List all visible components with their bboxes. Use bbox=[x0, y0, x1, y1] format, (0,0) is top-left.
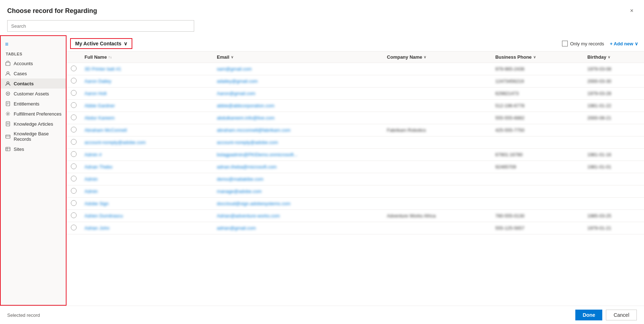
row-radio-button[interactable] bbox=[71, 163, 77, 169]
add-new-label: + Add new bbox=[610, 41, 633, 46]
row-radio-cell bbox=[67, 210, 81, 222]
main-content: ≡ Tables Accounts Cases Contacts bbox=[0, 35, 644, 306]
row-fullname: Adobe Sign bbox=[81, 198, 213, 210]
view-selector-label: My Active Contacts bbox=[75, 41, 122, 46]
row-fullname: Admin bbox=[81, 185, 213, 198]
row-radio-button[interactable] bbox=[71, 127, 77, 132]
email-value: manage@adobe.com bbox=[217, 189, 262, 194]
fullname-link[interactable]: Adrien Dumitrascu bbox=[85, 213, 123, 219]
row-phone: 780-555-0130 bbox=[492, 210, 584, 222]
row-email: manage@adobe.com bbox=[213, 185, 383, 198]
only-my-records-label[interactable]: Only my records bbox=[562, 41, 604, 46]
th-email[interactable]: Email ∨ bbox=[213, 51, 383, 63]
table-row: account-noreply@adobe.comaccount-noreply… bbox=[67, 136, 644, 149]
sidebar-item-customer-assets[interactable]: Customer Assets bbox=[1, 89, 66, 99]
row-company bbox=[383, 87, 492, 100]
row-radio-button[interactable] bbox=[71, 78, 77, 84]
fullname-link[interactable]: Adnan Thebo bbox=[85, 164, 113, 170]
row-fullname: Aaron Dailey bbox=[81, 75, 213, 87]
row-birthday: 1981-01-16 bbox=[584, 149, 644, 161]
fullname-link[interactable]: account-noreply@adobe.com bbox=[85, 140, 146, 145]
table-row: Adnan Theboadnan.theba@microsoft.com9246… bbox=[67, 161, 644, 173]
row-radio-cell bbox=[67, 87, 81, 100]
table-row: Adrian Johnadrian@gmail.com555-125-56571… bbox=[67, 222, 644, 234]
fullname-link[interactable]: Adrian John bbox=[85, 225, 109, 231]
row-company bbox=[383, 222, 492, 234]
sites-icon bbox=[5, 146, 11, 152]
row-radio-button[interactable] bbox=[71, 102, 77, 108]
fullname-link[interactable]: Admin # bbox=[85, 152, 102, 157]
row-fullname: Admin # bbox=[81, 149, 213, 161]
sidebar-item-fulfillment-preferences[interactable]: Fulfillment Preferences bbox=[1, 109, 66, 119]
row-company bbox=[383, 75, 492, 87]
row-email: bslagpadmin@PKIDemo.onmicrosoft... bbox=[213, 149, 383, 161]
add-new-button[interactable]: + Add new ∨ bbox=[610, 41, 638, 46]
row-radio-button[interactable] bbox=[71, 225, 77, 230]
close-button[interactable]: × bbox=[627, 6, 637, 16]
birthday-value: 1985-03-25 bbox=[587, 213, 611, 219]
fullname-link[interactable]: Adobe Sign bbox=[85, 201, 109, 206]
row-radio-button[interactable] bbox=[71, 176, 77, 181]
row-radio-button[interactable] bbox=[71, 200, 77, 206]
row-birthday: 1979-03-08 bbox=[584, 63, 644, 75]
row-email: abraham.mcconnell@fabrikam.com bbox=[213, 124, 383, 136]
sort-email-icon: ∨ bbox=[231, 55, 233, 59]
phone-value: 12473456219 bbox=[495, 78, 524, 84]
row-radio-button[interactable] bbox=[71, 188, 77, 194]
th-phone[interactable]: Business Phone ∨ bbox=[492, 51, 584, 63]
fullname-link[interactable]: Admin bbox=[85, 189, 98, 194]
sidebar-item-knowledge-base-records[interactable]: Knowledge Base Records bbox=[1, 129, 66, 144]
knowledge-base-icon bbox=[5, 134, 11, 139]
row-company bbox=[383, 185, 492, 198]
row-company bbox=[383, 149, 492, 161]
phone-value: 512-196-6778 bbox=[495, 103, 524, 108]
th-company[interactable]: Company Name ∨ bbox=[383, 51, 492, 63]
sidebar-item-contacts[interactable]: Contacts bbox=[1, 78, 66, 89]
row-radio-cell bbox=[67, 198, 81, 210]
row-radio-button[interactable] bbox=[71, 66, 77, 71]
table-row: Admindemo@matiakibe.com bbox=[67, 173, 644, 185]
row-birthday bbox=[584, 185, 644, 198]
done-button[interactable]: Done bbox=[575, 310, 602, 320]
th-fullname[interactable]: Full Name ↑↓ bbox=[81, 51, 213, 63]
row-birthday bbox=[584, 136, 644, 149]
cancel-button[interactable]: Cancel bbox=[606, 310, 637, 320]
th-birthday[interactable]: Birthday ∨ bbox=[584, 51, 644, 63]
sidebar-item-entitlements[interactable]: Entitlements bbox=[1, 99, 66, 109]
fullname-link[interactable]: Aaron Dailey bbox=[85, 78, 111, 84]
row-phone: 555-125-5657 bbox=[492, 222, 584, 234]
fullname-link[interactable]: 3D Printer batt #1 bbox=[85, 66, 121, 72]
row-radio-button[interactable] bbox=[71, 114, 77, 120]
fullname-link[interactable]: Abraham McConnell bbox=[85, 127, 127, 133]
sidebar-item-accounts[interactable]: Accounts bbox=[1, 58, 66, 68]
fullname-link[interactable]: Abbie Gardner bbox=[85, 103, 115, 108]
row-birthday bbox=[584, 173, 644, 185]
row-fullname: Adrien Dumitrascu bbox=[81, 210, 213, 222]
only-my-records-checkbox[interactable] bbox=[562, 41, 568, 46]
sort-company-icon: ∨ bbox=[424, 55, 426, 59]
row-radio-button[interactable] bbox=[71, 151, 77, 157]
fullname-link[interactable]: Abdur Kareem bbox=[85, 115, 115, 121]
email-value: adnan.theba@microsoft.com bbox=[217, 164, 277, 170]
hamburger-icon[interactable]: ≡ bbox=[1, 39, 66, 50]
fullname-link[interactable]: Aaron Holt bbox=[85, 91, 106, 96]
view-selector-button[interactable]: My Active Contacts ∨ bbox=[70, 38, 132, 49]
search-input[interactable] bbox=[7, 20, 194, 32]
sidebar-item-sites[interactable]: Sites bbox=[1, 144, 66, 154]
sidebar-item-knowledge-articles[interactable]: Knowledge Articles bbox=[1, 119, 66, 129]
toolbar-row: My Active Contacts ∨ Only my records + A… bbox=[67, 35, 644, 51]
row-radio-button[interactable] bbox=[71, 139, 77, 145]
fullname-link[interactable]: Admin bbox=[85, 176, 98, 182]
row-phone: 512-196-6778 bbox=[492, 100, 584, 112]
row-phone bbox=[492, 198, 584, 210]
birthday-value: 1981-01-22 bbox=[587, 103, 611, 108]
row-radio-button[interactable] bbox=[71, 212, 77, 218]
birthday-value: 2000-03-30 bbox=[587, 78, 611, 84]
row-company bbox=[383, 63, 492, 75]
phone-value: 629821473 bbox=[495, 91, 519, 96]
phone-value: 555-555-6882 bbox=[495, 115, 524, 121]
email-value: Adrian@adventure-works.com bbox=[217, 213, 280, 219]
row-radio-button[interactable] bbox=[71, 90, 77, 96]
email-value: demo@matiakibe.com bbox=[217, 176, 264, 182]
sidebar-item-cases[interactable]: Cases bbox=[1, 68, 66, 78]
